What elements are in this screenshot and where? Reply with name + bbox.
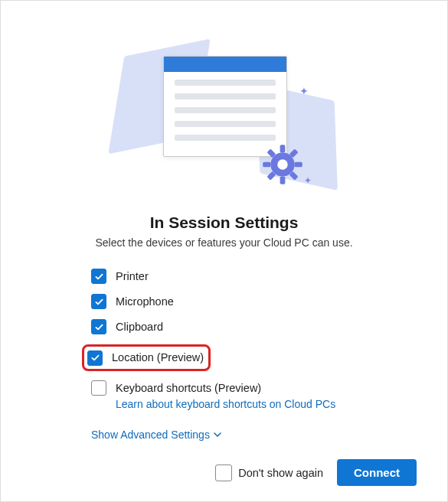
option-printer-label: Printer xyxy=(116,269,149,285)
gear-icon xyxy=(261,143,304,186)
illustration: ✦ ✦ xyxy=(31,31,417,192)
option-microphone[interactable]: Microphone xyxy=(91,292,417,311)
dialog-title: In Session Settings xyxy=(31,214,417,232)
option-clipboard[interactable]: Clipboard xyxy=(91,318,417,337)
svg-point-9 xyxy=(277,159,287,169)
dont-show-again-option[interactable]: Don't show again xyxy=(215,465,323,481)
svg-rect-3 xyxy=(263,162,270,168)
connect-button[interactable]: Connect xyxy=(337,459,417,486)
checkbox-dont-show-again[interactable] xyxy=(215,465,232,481)
chevron-down-icon xyxy=(213,430,222,439)
show-advanced-settings-link[interactable]: Show Advanced Settings xyxy=(91,429,417,441)
sparkle-icon: ✦ xyxy=(304,175,312,186)
checkbox-keyboard[interactable] xyxy=(91,380,106,396)
option-microphone-label: Microphone xyxy=(116,294,174,310)
svg-rect-4 xyxy=(294,162,302,168)
option-printer[interactable]: Printer xyxy=(91,267,417,286)
session-settings-dialog: ✦ ✦ In Session Settings Select the devic… xyxy=(0,0,448,502)
sparkle-icon: ✦ xyxy=(299,85,309,97)
dont-show-again-label: Don't show again xyxy=(238,467,323,479)
window-illustration xyxy=(163,56,287,157)
svg-rect-2 xyxy=(280,177,285,184)
option-location[interactable]: Location (Preview) xyxy=(87,343,417,373)
show-advanced-settings-label: Show Advanced Settings xyxy=(91,429,210,441)
dialog-footer: Don't show again Connect xyxy=(31,444,417,486)
option-clipboard-label: Clipboard xyxy=(116,319,163,335)
options-list: Printer Microphone Clipboard Location (P… xyxy=(91,267,417,418)
checkbox-location[interactable] xyxy=(87,350,103,366)
checkbox-printer[interactable] xyxy=(91,269,106,284)
checkbox-clipboard[interactable] xyxy=(91,319,106,334)
option-keyboard-label: Keyboard shortcuts (Preview) xyxy=(116,382,261,394)
option-keyboard[interactable]: Keyboard shortcuts (Preview) Learn about… xyxy=(91,379,417,412)
location-highlight: Location (Preview) xyxy=(82,344,211,371)
svg-rect-1 xyxy=(280,145,285,152)
keyboard-learn-link[interactable]: Learn about keyboard shortcuts on Cloud … xyxy=(116,398,335,410)
dialog-subtitle: Select the devices or features your Clou… xyxy=(31,236,417,249)
checkbox-microphone[interactable] xyxy=(91,294,106,309)
option-location-label: Location (Preview) xyxy=(112,350,204,366)
